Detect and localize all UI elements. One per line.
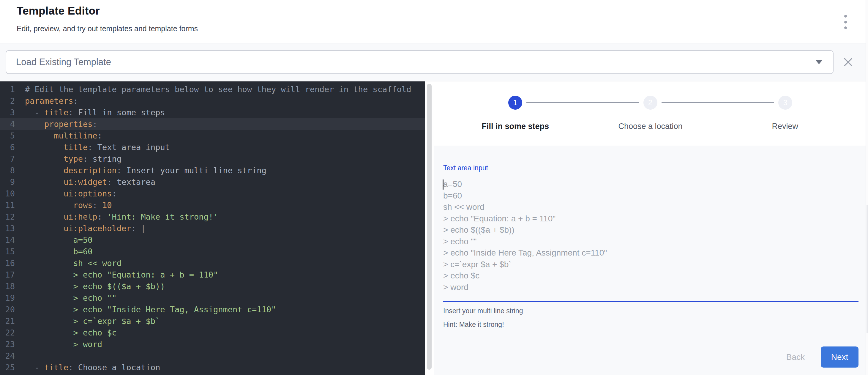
editor-line[interactable]: 25 - title: Choose a location [0,362,425,373]
code-text: > c=`expr $a + $b` [15,315,425,327]
step-label-1: Fill in some steps [482,122,549,131]
text-cursor [443,180,443,190]
editor-line[interactable]: 24 [0,350,425,362]
line-number: 15 [0,246,15,257]
step-connector [661,102,774,103]
editor-line[interactable]: 17 > echo "Equation: a + b = 110" [0,269,425,281]
clear-selection-button[interactable] [840,54,856,70]
editor-line[interactable]: 9 ui:widget: textarea [0,176,425,188]
preview-panel: 123 Fill in some stepsChoose a locationR… [434,82,868,375]
editor-line[interactable]: 19 > echo "" [0,292,425,304]
field-help: Hint: Make it strong! [443,321,859,329]
line-number: 2 [0,95,15,107]
editor-line[interactable]: 3 - title: Fill in some steps [0,107,425,118]
code-text: > echo "Inside Here Tag, Assignment c=11… [15,304,425,315]
editor-line[interactable]: 22 > echo $c [0,327,425,339]
textarea-placeholder-line: > echo "" [443,236,859,248]
line-number: 5 [0,130,15,142]
code-text: rows: 10 [15,199,425,211]
line-number: 10 [0,188,15,199]
editor-lines: 1# Edit the template parameters below to… [0,84,425,373]
editor-line[interactable]: 5 multiline: [0,130,425,142]
editor-line[interactable]: 10 ui:options: [0,188,425,199]
textarea-input[interactable]: a=50b=60sh << word> echo "Equation: a + … [443,179,859,302]
editor-line[interactable]: 7 type: string [0,153,425,165]
next-button[interactable]: Next [821,346,859,368]
code-text: > echo "Equation: a + b = 110" [15,269,425,281]
template-editor-app: Template Editor Edit, preview, and try o… [0,0,868,375]
textarea-placeholder-line: sh << word [443,201,859,213]
line-number: 1 [0,84,15,95]
editor-line[interactable]: 21 > c=`expr $a + $b` [0,315,425,327]
step-circle-3[interactable]: 3 [778,96,792,110]
editor-line[interactable]: 18 > echo $(($a + $b)) [0,281,425,292]
textarea-placeholder-line: > c=`expr $a + $b` [443,259,859,271]
line-number: 17 [0,269,15,281]
code-text: description: Insert your multi line stri… [15,165,425,176]
editor-line[interactable]: 14 a=50 [0,234,425,246]
code-text: > word [15,339,425,350]
editor-line[interactable]: 8 description: Insert your multi line st… [0,165,425,176]
code-text: type: string [15,153,425,165]
line-number: 3 [0,107,15,118]
wizard-buttons: Back Next [443,346,859,368]
page-scrollbar[interactable] [866,0,868,375]
load-template-bar: Load Existing Template [0,43,868,82]
main-content: 1# Edit the template parameters below to… [0,82,868,375]
code-text: - title: Choose a location [15,362,425,373]
editor-line[interactable]: 23 > word [0,339,425,350]
code-text: - title: Fill in some steps [15,107,425,118]
kebab-menu-button[interactable] [839,14,851,30]
editor-scrollbar-thumb[interactable] [427,84,432,370]
step-circle-1[interactable]: 1 [508,96,522,110]
chevron-down-icon [816,60,822,64]
kebab-dot-icon [844,15,847,18]
textarea-placeholder-line: a=50 [443,179,859,190]
line-number: 9 [0,176,15,188]
code-text: multiline: [15,130,425,142]
stepper-labels: Fill in some stepsChoose a locationRevie… [434,122,868,134]
code-text: ui:placeholder: | [15,223,425,234]
kebab-dot-icon [844,21,847,24]
editor-line[interactable]: 16 sh << word [0,257,425,269]
select-placeholder: Load Existing Template [16,57,816,67]
editor-line[interactable]: 1# Edit the template parameters below to… [0,84,425,95]
code-text [15,350,425,362]
form-panel: Text area input a=50b=60sh << word> echo… [434,146,868,375]
line-number: 20 [0,304,15,315]
code-text: > echo $c [15,327,425,339]
line-number: 11 [0,199,15,211]
step-label-2: Choose a location [618,122,682,131]
code-text: ui:widget: textarea [15,176,425,188]
editor-line[interactable]: 11 rows: 10 [0,199,425,211]
code-text: title: Text area input [15,142,425,153]
field-description: Insert your multi line string [443,307,859,315]
yaml-editor[interactable]: 1# Edit the template parameters below to… [0,82,425,375]
line-number: 7 [0,153,15,165]
load-template-select[interactable]: Load Existing Template [6,50,834,74]
editor-line[interactable]: 6 title: Text area input [0,142,425,153]
line-number: 13 [0,223,15,234]
editor-line[interactable]: 2parameters: [0,95,425,107]
back-button[interactable]: Back [786,352,805,362]
page-scrollbar-thumb[interactable] [867,205,868,333]
step-circle-2[interactable]: 2 [644,96,657,110]
field-label: Text area input [443,164,859,172]
code-text: ui:help: 'Hint: Make it strong!' [15,211,425,223]
editor-line[interactable]: 15 b=60 [0,246,425,257]
textarea-placeholder-line: > word [443,282,859,293]
code-text: parameters: [15,95,425,107]
editor-line[interactable]: 13 ui:placeholder: | [0,223,425,234]
editor-line[interactable]: 4 properties: [0,118,425,130]
editor-line[interactable]: 12 ui:help: 'Hint: Make it strong!' [0,211,425,223]
editor-line[interactable]: 20 > echo "Inside Here Tag, Assignment c… [0,304,425,315]
close-icon [843,57,853,67]
line-number: 12 [0,211,15,223]
line-number: 19 [0,292,15,304]
stepper: 123 Fill in some stepsChoose a locationR… [434,82,868,146]
line-number: 16 [0,257,15,269]
line-number: 4 [0,118,15,130]
textarea-placeholder-line: > echo "Equation: a + b = 110" [443,213,859,225]
header: Template Editor Edit, preview, and try o… [0,0,868,43]
code-text: > echo $(($a + $b)) [15,281,425,292]
